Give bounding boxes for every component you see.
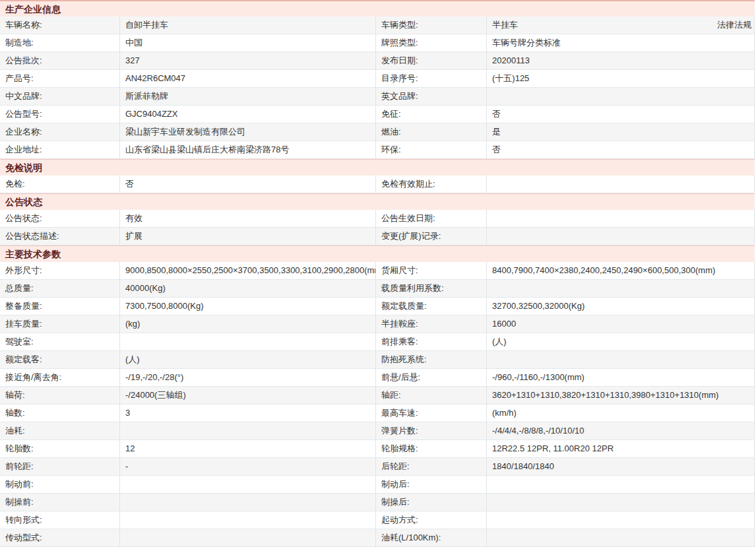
field-value: 山东省梁山县梁山镇后庄大桥南梁济路78号 (120, 141, 376, 158)
field-value: 12R22.5 12PR, 11.00R20 12PR (487, 440, 755, 457)
field-label: 挂车质量: (0, 315, 120, 333)
field-label: 公告生效日期: (376, 210, 487, 227)
field-value (487, 476, 755, 493)
field-value-text: (十五)125 (492, 70, 529, 87)
table-row: 制造地:中国牌照类型:车辆号牌分类标准 (0, 34, 755, 52)
field-value (120, 529, 376, 546)
field-label: 车辆类型: (376, 16, 487, 34)
table-row: 轴数:3最高车速:(km/h) (0, 405, 755, 422)
field-label: 防抱死系统: (376, 351, 487, 368)
field-value (120, 476, 376, 493)
field-label: 燃油: (376, 123, 487, 141)
field-label: 货厢尺寸: (376, 262, 487, 279)
field-value: (人) (487, 333, 755, 350)
field-label: 发布日期: (376, 52, 487, 69)
field-label: 目录序号: (376, 70, 487, 87)
table-row: 整备质量:7300,7500,8000(Kg)额定载质量:32700,32500… (0, 298, 755, 315)
field-label: 半挂鞍座: (376, 315, 487, 333)
field-value: (km/h) (487, 405, 755, 422)
field-label: 制造地: (0, 34, 120, 51)
field-value: 1840/1840/1840 (487, 458, 755, 475)
field-label: 额定载客: (0, 351, 120, 368)
field-value: 否 (487, 106, 755, 123)
field-value-text: 8400,7900,7400×2380,2400,2450,2490×600,5… (492, 262, 715, 279)
field-label: 外形尺寸: (0, 262, 120, 279)
field-label: 油耗(L/100Km): (376, 529, 487, 546)
field-value: (十五)125 (487, 70, 755, 87)
section-title: 主要技术参数 (0, 245, 755, 262)
field-label: 制操后: (376, 494, 487, 511)
section-0: 生产企业信息车辆名称:自卸半挂车车辆类型:半挂车法律法规制造地:中国牌照类型:车… (0, 0, 755, 159)
field-label: 驾驶室: (0, 333, 120, 350)
table-row: 产品号:AN42R6CM047目录序号:(十五)125 (0, 70, 755, 88)
field-value (120, 511, 376, 529)
field-label: 车辆名称: (0, 16, 120, 34)
field-label: 制动后: (376, 476, 487, 493)
vehicle-announcement-table: 生产企业信息车辆名称:自卸半挂车车辆类型:半挂车法律法规制造地:中国牌照类型:车… (0, 0, 755, 547)
field-label: 制操前: (0, 494, 120, 511)
field-value: 车辆号牌分类标准 (487, 34, 755, 51)
field-value-text: -/4/4/4,-/8/8/8,-/10/10/10 (492, 422, 584, 439)
field-label: 轮胎规格: (376, 440, 487, 457)
field-label: 中文品牌: (0, 88, 120, 105)
table-row: 公告状态:有效公告生效日期: (0, 210, 755, 228)
field-value (487, 511, 755, 529)
field-value: 自卸半挂车 (120, 16, 376, 34)
field-value (487, 494, 755, 511)
field-label: 企业地址: (0, 141, 120, 158)
field-label: 公告型号: (0, 106, 120, 123)
field-label: 最高车速: (376, 405, 487, 422)
table-row: 驾驶室:前排乘客:(人) (0, 333, 755, 351)
field-label: 变更(扩展)记录: (376, 228, 487, 245)
field-value (487, 210, 755, 227)
field-value-text: -/960,-/1160,-/1300(mm) (492, 369, 584, 386)
field-label: 公告状态: (0, 210, 120, 227)
field-label: 转向形式: (0, 511, 120, 529)
field-value: 7300,7500,8000(Kg) (120, 298, 376, 315)
field-value: (kg) (120, 315, 376, 333)
field-label: 油耗: (0, 422, 120, 439)
field-label: 企业名称: (0, 123, 120, 141)
field-value (120, 422, 376, 439)
field-value-text: 否 (492, 141, 501, 158)
field-label: 弹簧片数: (376, 422, 487, 439)
field-value (120, 333, 376, 350)
field-label: 英文品牌: (376, 88, 487, 105)
table-row: 挂车质量:(kg)半挂鞍座:16000 (0, 315, 755, 333)
field-value-text: 否 (492, 106, 501, 123)
field-label: 免征: (376, 106, 487, 123)
field-value: -/4/4/4,-/8/8/8,-/10/10/10 (487, 422, 755, 439)
field-value: 9000,8500,8000×2550,2500×3700,3500,3300,… (120, 262, 376, 279)
table-row: 制操前:制操后: (0, 494, 755, 511)
field-label: 接近角/离去角: (0, 369, 120, 386)
field-value-text: 12R22.5 12PR, 11.00R20 12PR (492, 440, 614, 457)
legal-regulations-link[interactable]: 法律法规 (717, 16, 754, 34)
table-row: 传动型式:油耗(L/100Km): (0, 529, 755, 547)
table-row: 制动前:制动后: (0, 476, 755, 494)
field-value: 327 (120, 52, 376, 69)
field-value: 是 (487, 123, 755, 141)
field-label: 牌照类型: (376, 34, 487, 51)
table-row: 中文品牌:斯派菲勒牌英文品牌: (0, 88, 755, 106)
field-value: -/19,-/20,-/28(°) (120, 369, 376, 386)
field-label: 轴数: (0, 405, 120, 422)
field-label: 轮胎数: (0, 440, 120, 457)
field-value: 中国 (120, 34, 376, 51)
table-row: 免检:否免检有效期止: (0, 176, 755, 193)
field-value-text: 16000 (492, 315, 516, 333)
field-label: 额定载质量: (376, 298, 487, 315)
field-value-text: 车辆号牌分类标准 (492, 34, 561, 51)
field-value: -/24000(三轴组) (120, 387, 376, 404)
field-label: 免检: (0, 176, 120, 193)
field-value: - (120, 458, 376, 475)
field-label: 公告状态描述: (0, 228, 120, 245)
section-1: 免检说明免检:否免检有效期止: (0, 159, 755, 193)
field-value: 32700,32500,32000(Kg) (487, 298, 755, 315)
field-value: 16000 (487, 315, 755, 333)
field-value: (人) (120, 351, 376, 368)
table-row: 企业名称:梁山新宇车业研发制造有限公司燃油:是 (0, 123, 755, 141)
table-row: 外形尺寸:9000,8500,8000×2550,2500×3700,3500,… (0, 262, 755, 280)
field-label: 前悬/后悬: (376, 369, 487, 386)
field-value: 斯派菲勒牌 (120, 88, 376, 105)
field-label: 后轮距: (376, 458, 487, 475)
